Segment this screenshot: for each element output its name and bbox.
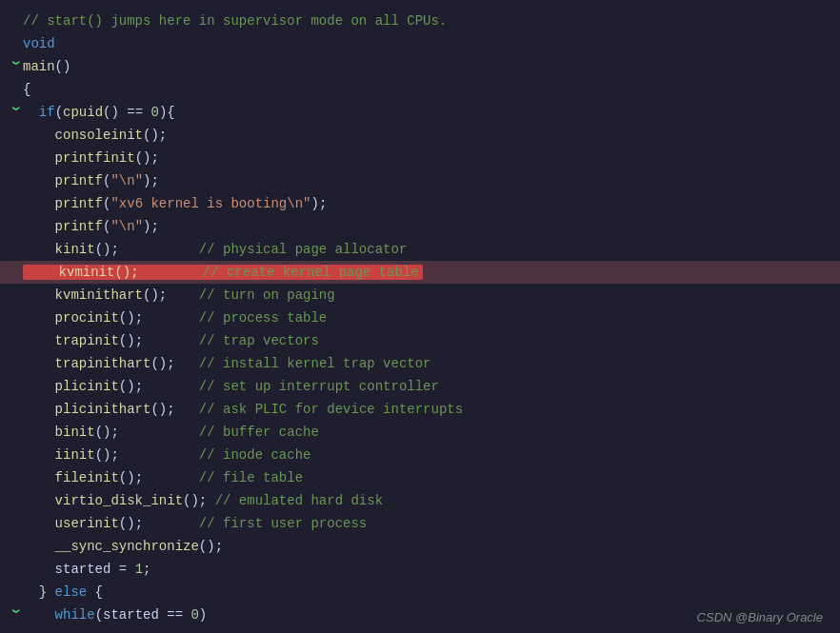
- code-content: plicinit(); // set up interrupt controll…: [23, 379, 830, 394]
- watermark: CSDN @Binary Oracle: [697, 610, 823, 624]
- code-line: procinit(); // process table: [0, 307, 840, 329]
- code-line: __sync_synchronize();: [0, 535, 840, 558]
- code-content: kinit(); // physical page allocator: [23, 242, 830, 257]
- code-line: void: [0, 32, 840, 55]
- code-content: trapinithart(); // install kernel trap v…: [23, 356, 830, 371]
- code-line: userinit(); // first user process: [0, 512, 840, 535]
- code-line: started = 1;: [0, 558, 840, 581]
- code-line: printf("\n");: [0, 215, 840, 238]
- code-line: iinit(); // inode cache: [0, 444, 840, 466]
- code-content: binit(); // buffer cache: [23, 425, 830, 440]
- code-content: trapinit(); // trap vectors: [23, 333, 830, 348]
- code-line: printfinit();: [0, 147, 840, 169]
- code-content: printf("\n");: [23, 219, 830, 234]
- code-content: consoleinit();: [23, 128, 830, 143]
- code-line: plicinithart(); // ask PLIC for device i…: [0, 398, 840, 421]
- code-line: trapinithart(); // install kernel trap v…: [0, 352, 840, 375]
- code-line: plicinit(); // set up interrupt controll…: [0, 375, 840, 398]
- code-content: procinit(); // process table: [23, 310, 830, 326]
- fold-arrow[interactable]: ❯: [10, 60, 22, 73]
- code-content: printf("\n");: [23, 173, 830, 188]
- code-line: {: [0, 78, 840, 101]
- code-line: virtio_disk_init(); // emulated hard dis…: [0, 489, 840, 512]
- fold-arrow[interactable]: ❯: [10, 106, 22, 119]
- code-content: virtio_disk_init(); // emulated hard dis…: [23, 493, 830, 508]
- code-content: kvminithart(); // turn on paging: [23, 287, 830, 303]
- fold-arrow[interactable]: ❯: [10, 608, 22, 622]
- code-line: fileinit(); // file table: [0, 466, 840, 489]
- code-content: void: [23, 36, 830, 51]
- code-content: iinit(); // inode cache: [23, 447, 830, 463]
- code-line: consoleinit();: [0, 124, 840, 147]
- code-line: trapinit(); // trap vectors: [0, 329, 840, 352]
- code-line: printf("\n");: [0, 169, 840, 192]
- code-line: printf("xv6 kernel is booting\n");: [0, 192, 840, 215]
- code-line: kvminit(); // create kernel page table: [0, 261, 840, 284]
- code-content: fileinit(); // file table: [23, 470, 830, 485]
- code-content: // start() jumps here in supervisor mode…: [23, 13, 830, 29]
- code-content: {: [23, 82, 830, 97]
- code-line: kvminithart(); // turn on paging: [0, 284, 840, 307]
- code-line: // start() jumps here in supervisor mode…: [0, 10, 840, 32]
- code-content: started = 1;: [23, 562, 830, 577]
- code-content: printf("xv6 kernel is booting\n");: [23, 196, 830, 211]
- code-content: printfinit();: [23, 150, 830, 166]
- code-content: main(): [23, 59, 830, 74]
- code-line: ❯ if(cpuid() == 0){: [0, 101, 840, 124]
- code-content: kvminit(); // create kernel page table: [23, 265, 830, 280]
- code-line: ❯main(): [0, 55, 840, 78]
- code-line: binit(); // buffer cache: [0, 421, 840, 444]
- code-content: plicinithart(); // ask PLIC for device i…: [23, 402, 830, 417]
- code-content: userinit(); // first user process: [23, 516, 830, 531]
- code-content: } else {: [23, 584, 830, 600]
- code-line: } else {: [0, 581, 840, 603]
- code-container: // start() jumps here in supervisor mode…: [0, 0, 840, 633]
- code-content: if(cpuid() == 0){: [23, 105, 830, 120]
- code-content: __sync_synchronize();: [23, 539, 830, 554]
- code-line: kinit(); // physical page allocator: [0, 238, 840, 261]
